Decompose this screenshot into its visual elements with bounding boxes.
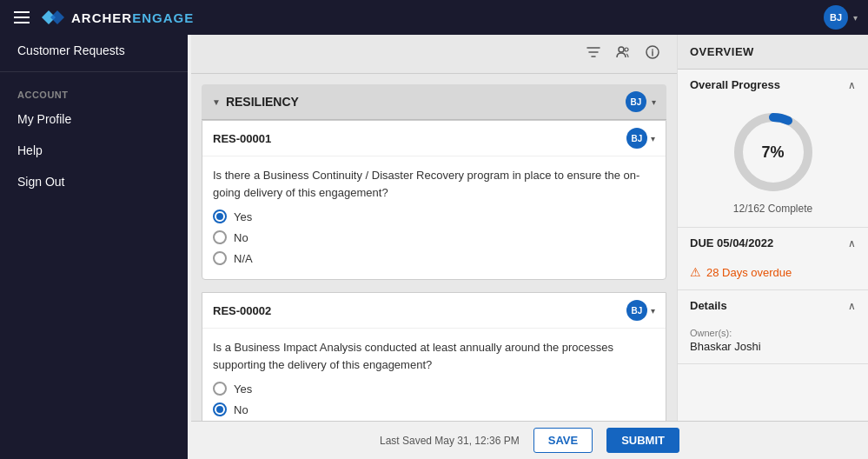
question-dropdown-icon-2[interactable]: ▾ xyxy=(651,306,655,316)
radio-circle-no-1 xyxy=(213,230,227,244)
radio-options-1: Yes No N/A xyxy=(213,210,655,274)
radio-label-no-2: No xyxy=(234,403,248,416)
questions-header xyxy=(191,35,677,74)
radio-yes-2[interactable]: Yes xyxy=(213,382,655,396)
filter-icon-button[interactable] xyxy=(583,43,604,64)
radio-label-no-1: No xyxy=(234,231,248,244)
users-icon-button[interactable] xyxy=(613,43,633,64)
info-icon xyxy=(646,45,659,59)
overview-due-header[interactable]: DUE 05/04/2022 ∧ xyxy=(678,228,868,258)
svg-point-2 xyxy=(619,47,624,52)
radio-label-na-1: N/A xyxy=(234,252,253,265)
radio-no-1[interactable]: No xyxy=(213,230,655,244)
svg-marker-1 xyxy=(50,10,64,24)
sidebar: Customer Requests ACCOUNT My Profile Hel… xyxy=(0,35,188,459)
radio-circle-yes-2 xyxy=(213,382,227,396)
warning-icon: ⚠ xyxy=(690,265,701,279)
section-title-row: ▼ RESILIENCY xyxy=(212,95,299,109)
owner-label: Owner(s): xyxy=(690,328,856,338)
question-id-1: RES-00001 xyxy=(213,132,271,145)
app-header: ARCHERENGAGE BJ ▾ xyxy=(0,0,868,35)
overview-details-title: Details xyxy=(690,299,727,312)
hamburger-button[interactable] xyxy=(10,8,33,27)
radio-yes-1[interactable]: Yes xyxy=(213,210,655,223)
questions-area: ▼ RESILIENCY BJ ▾ RES-00001 BJ ▾ xyxy=(191,35,677,459)
user-menu-chevron-icon[interactable]: ▾ xyxy=(853,13,858,23)
users-icon xyxy=(616,45,630,59)
question-card-res00001: RES-00001 BJ ▾ Is there a Business Conti… xyxy=(202,120,666,280)
overview-panel: OVERVIEW Overall Progress ∧ 7% 12/162 xyxy=(677,35,868,459)
section-dropdown-icon[interactable]: ▾ xyxy=(652,97,656,107)
logo: ARCHERENGAGE xyxy=(42,9,194,26)
radio-no-2[interactable]: No xyxy=(213,402,655,416)
sidebar-item-help[interactable]: Help xyxy=(0,135,188,166)
donut-chart: 7% xyxy=(730,109,817,196)
user-avatar-button[interactable]: BJ xyxy=(824,5,848,30)
due-section-content: ⚠ 28 Days overdue xyxy=(678,258,868,289)
last-saved-text: Last Saved May 31, 12:36 PM xyxy=(380,435,520,447)
overview-progress-title: Overall Progress xyxy=(690,78,780,91)
details-content: Owner(s): Bhaskar Joshi xyxy=(678,321,868,363)
overdue-row: ⚠ 28 Days overdue xyxy=(690,265,856,279)
header-left: ARCHERENGAGE xyxy=(10,8,194,27)
progress-collapse-icon: ∧ xyxy=(848,79,856,91)
radio-label-yes-1: Yes xyxy=(234,210,252,223)
radio-label-yes-2: Yes xyxy=(234,382,252,396)
footer: Last Saved May 31, 12:36 PM SAVE SUBMIT xyxy=(191,421,868,459)
radio-circle-yes-1 xyxy=(213,210,227,223)
radio-circle-no-2 xyxy=(213,402,227,416)
section-collapse-icon[interactable]: ▼ xyxy=(212,97,221,107)
question-avatar-2: BJ xyxy=(626,300,647,321)
logo-text: ARCHERENGAGE xyxy=(71,10,194,25)
overdue-text: 28 Days overdue xyxy=(706,266,792,279)
overview-progress-header[interactable]: Overall Progress ∧ xyxy=(678,70,868,100)
main-wrapper: Customer Requests ACCOUNT My Profile Hel… xyxy=(0,35,868,459)
filter-icon xyxy=(586,45,600,59)
overview-details-section: Details ∧ Owner(s): Bhaskar Joshi xyxy=(678,290,868,364)
sidebar-item-my-profile[interactable]: My Profile xyxy=(0,103,188,135)
section-title: RESILIENCY xyxy=(226,95,299,109)
details-collapse-icon: ∧ xyxy=(848,300,856,312)
overview-due-section: DUE 05/04/2022 ∧ ⚠ 28 Days overdue xyxy=(678,228,868,290)
page-content: ▼ RESILIENCY BJ ▾ RES-00001 BJ ▾ xyxy=(191,35,868,459)
submit-button[interactable]: SUBMIT xyxy=(606,428,679,453)
question-text-1: Is there a Business Continuity / Disaste… xyxy=(213,167,655,201)
due-collapse-icon: ∧ xyxy=(848,237,856,249)
question-body-1: Is there a Business Continuity / Disaste… xyxy=(202,156,666,279)
section-avatar: BJ xyxy=(626,91,646,112)
question-id-2: RES-00002 xyxy=(213,304,271,317)
info-icon-button[interactable] xyxy=(642,43,663,64)
progress-container: 7% 12/162 Complete xyxy=(678,100,868,227)
logo-icon xyxy=(42,9,66,26)
header-right: BJ ▾ xyxy=(824,5,858,30)
overview-progress-section: Overall Progress ∧ 7% 12/162 Complete xyxy=(678,70,868,228)
sidebar-item-customer-requests[interactable]: Customer Requests xyxy=(0,35,188,66)
save-button[interactable]: SAVE xyxy=(533,428,593,453)
owner-value: Bhaskar Joshi xyxy=(690,340,856,353)
question-avatar-1: BJ xyxy=(626,128,647,149)
question-text-2: Is a Business Impact Analysis conducted … xyxy=(213,339,655,373)
sidebar-divider xyxy=(0,71,188,72)
overview-details-header[interactable]: Details ∧ xyxy=(678,290,868,321)
sidebar-account-label: ACCOUNT xyxy=(0,77,188,103)
progress-complete-label: 12/162 Complete xyxy=(733,203,812,215)
svg-point-3 xyxy=(625,48,628,51)
overview-title: OVERVIEW xyxy=(678,35,868,70)
sidebar-item-sign-out[interactable]: Sign Out xyxy=(0,166,188,197)
radio-na-1[interactable]: N/A xyxy=(213,251,655,265)
donut-percent: 7% xyxy=(761,143,784,162)
section-header-resiliency: ▼ RESILIENCY BJ ▾ xyxy=(202,84,666,120)
question-dropdown-icon-1[interactable]: ▾ xyxy=(651,134,655,143)
question-card-header-2: RES-00002 BJ ▾ xyxy=(202,293,666,329)
radio-circle-na-1 xyxy=(213,251,227,265)
question-avatar-row-1: BJ ▾ xyxy=(626,128,655,149)
questions-body: ▼ RESILIENCY BJ ▾ RES-00001 BJ ▾ xyxy=(191,74,677,459)
question-card-header-1: RES-00001 BJ ▾ xyxy=(202,121,666,156)
section-header-right: BJ ▾ xyxy=(626,91,656,112)
overview-due-title: DUE 05/04/2022 xyxy=(690,236,773,249)
question-avatar-row-2: BJ ▾ xyxy=(626,300,655,321)
